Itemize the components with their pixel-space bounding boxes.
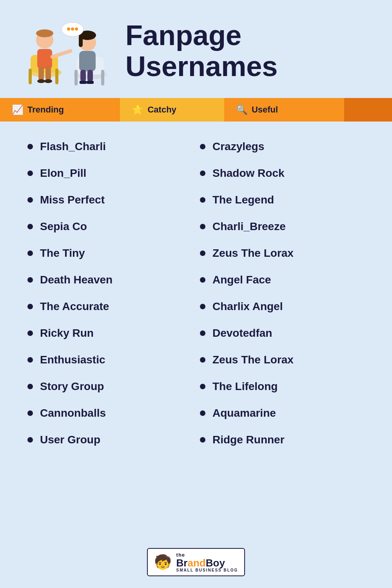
brandboy-logo: 🧒 the BrandBoy SMALL BUSINESS BLOG [147, 548, 245, 576]
list-item-left-1: Elon_Pill [24, 160, 196, 187]
bullet-icon [27, 224, 33, 229]
bullet-icon [27, 410, 33, 416]
catchy-icon: ⭐ [132, 104, 143, 115]
list-item-left-2: Miss Perfect [24, 187, 196, 213]
item-label: Elon_Pill [40, 167, 86, 180]
item-label: Flash_Charli [40, 140, 106, 153]
bullet-icon [200, 171, 205, 176]
item-label: Miss Perfect [40, 194, 105, 206]
item-label: Zeus The Lorax [212, 247, 294, 260]
header-illustration [16, 12, 118, 90]
item-label: The Accurate [40, 300, 109, 313]
item-label: Shadow Rock [212, 167, 285, 180]
item-label: Story Group [40, 380, 104, 393]
list-item-left-5: Death Heaven [24, 267, 196, 293]
list-item-left-6: The Accurate [24, 293, 196, 320]
list-item-left-11: User Group [24, 426, 196, 453]
bullet-icon [200, 144, 205, 149]
list-item-left-7: Ricky Run [24, 320, 196, 347]
item-label: Cannonballs [40, 407, 106, 419]
item-label: The Tiny [40, 247, 85, 260]
svg-point-26 [67, 27, 70, 31]
list-item-left-0: Flash_Charli [24, 133, 196, 160]
bullet-icon [27, 357, 33, 363]
logo-icon: 🧒 [154, 554, 172, 570]
svg-rect-3 [55, 69, 58, 84]
list-item-right-8: Zeus The Lorax [196, 347, 368, 373]
list-item-right-10: Aquamarine [196, 400, 368, 426]
list-item-left-4: The Tiny [24, 240, 196, 267]
svg-rect-22 [80, 81, 87, 84]
bullet-icon [200, 410, 205, 416]
item-label: The Lifelong [212, 380, 278, 393]
item-label: Death Heaven [40, 274, 113, 286]
item-label: Charli_Breeze [212, 220, 286, 233]
tab-trending[interactable]: 📈 Trending [0, 98, 120, 122]
svg-rect-2 [29, 69, 32, 84]
bullet-icon [200, 250, 205, 256]
bullet-icon [27, 437, 33, 443]
item-label: Aquamarine [212, 407, 276, 419]
item-label: User Group [40, 434, 100, 446]
bullet-icon [200, 224, 205, 229]
svg-line-7 [52, 51, 71, 57]
tab-useful-label: Useful [252, 105, 278, 115]
svg-point-6 [36, 29, 53, 37]
list-item-right-11: Ridge Runner [196, 426, 368, 453]
svg-rect-16 [79, 51, 96, 71]
svg-rect-19 [79, 35, 83, 47]
bullet-icon [200, 384, 205, 389]
tab-trending-label: Trending [27, 105, 64, 115]
item-label: Enthusiastic [40, 354, 105, 366]
logo-text-block: the BrandBoy SMALL BUSINESS BLOG [176, 552, 238, 572]
item-label: Ridge Runner [212, 434, 285, 446]
footer: 🧒 the BrandBoy SMALL BUSINESS BLOG [147, 536, 245, 588]
left-column: Flash_CharliElon_PillMiss PerfectSepia C… [24, 133, 196, 453]
bullet-icon [27, 384, 33, 389]
list-item-right-9: The Lifelong [196, 373, 368, 400]
list-item-left-9: Story Group [24, 373, 196, 400]
tab-useful[interactable]: 🔍 Useful [224, 98, 344, 122]
list-item-right-6: Charlix Angel [196, 293, 368, 320]
item-label: Sepia Co [40, 220, 87, 233]
item-label: Devotedfan [212, 327, 272, 339]
list-item-right-0: Crazylegs [196, 133, 368, 160]
svg-rect-20 [80, 70, 86, 82]
svg-point-27 [71, 27, 74, 31]
tab-catchy[interactable]: ⭐ Catchy [120, 98, 224, 122]
header: Fanpage Usernames [0, 0, 392, 98]
item-label: The Legend [212, 194, 274, 206]
bullet-icon [200, 437, 205, 443]
item-label: Crazylegs [212, 140, 264, 153]
list-item-left-10: Cannonballs [24, 400, 196, 426]
list-item-left-3: Sepia Co [24, 213, 196, 240]
tab-catchy-label: Catchy [147, 105, 176, 115]
bullet-icon [27, 144, 33, 149]
svg-rect-15 [101, 70, 104, 85]
item-label: Angel Face [212, 274, 271, 286]
logo-sub: SMALL BUSINESS BLOG [176, 568, 238, 572]
svg-rect-9 [45, 67, 51, 80]
bullet-icon [200, 357, 205, 363]
bullet-icon [200, 197, 205, 203]
svg-rect-14 [74, 70, 78, 85]
header-title-block: Fanpage Usernames [125, 20, 278, 82]
item-label: Zeus The Lorax [212, 354, 294, 366]
list-item-right-3: Charli_Breeze [196, 213, 368, 240]
bullet-icon [200, 304, 205, 309]
svg-rect-4 [37, 49, 52, 69]
bullet-icon [27, 171, 33, 176]
bullet-icon [200, 330, 205, 336]
bullet-icon [27, 304, 33, 309]
svg-rect-23 [87, 81, 94, 84]
svg-rect-21 [87, 70, 93, 82]
useful-icon: 🔍 [236, 104, 248, 115]
list-item-right-7: Devotedfan [196, 320, 368, 347]
logo-brand: BrandBoy [176, 558, 225, 568]
bullet-icon [27, 250, 33, 256]
bullet-icon [27, 277, 33, 283]
list-item-right-5: Angel Face [196, 267, 368, 293]
list-item-right-2: The Legend [196, 187, 368, 213]
list-item-right-1: Shadow Rock [196, 160, 368, 187]
bullet-icon [27, 330, 33, 336]
